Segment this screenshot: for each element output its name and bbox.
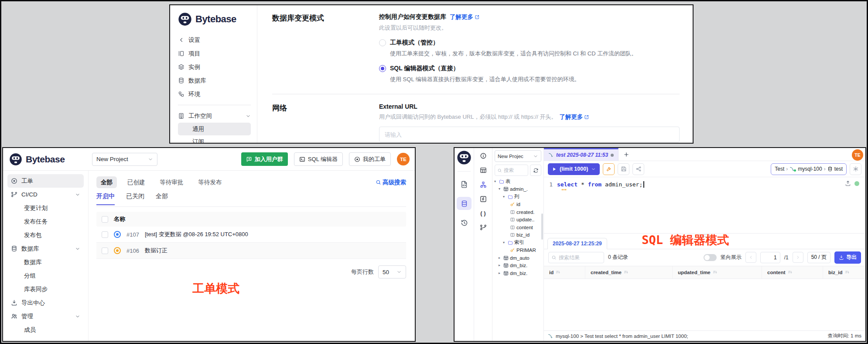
tree-node-column-biz-id[interactable]: biz_id (494, 231, 543, 239)
tree-node-table-dm-auto[interactable]: ▸dm_auto (494, 254, 543, 262)
sidebar-item-webhook[interactable]: Webhook (7, 337, 84, 341)
status-tab-all[interactable]: 全部 (156, 193, 168, 204)
sidebar-item-release-packages[interactable]: 发布包 (7, 228, 84, 242)
column-header-biz-id[interactable]: biz_id (823, 266, 865, 279)
avatar[interactable]: TE (852, 149, 863, 161)
sidebar-item-general[interactable]: 通用 (178, 123, 251, 135)
bytebase-logo-icon[interactable] (457, 150, 472, 165)
select-all-checkbox[interactable] (102, 216, 108, 223)
code-editor[interactable]: 1 select * from admin_user; SQL 编辑器模式 (544, 177, 865, 233)
sidebar-item-members[interactable]: 成员 (7, 323, 84, 337)
page-number-input[interactable]: 1 (760, 252, 780, 263)
sidebar-item-instances[interactable]: 实例 (178, 60, 251, 74)
bytebase-logo[interactable]: Bytebase (178, 12, 251, 26)
sidebar-item-databases[interactable]: 数据库 (178, 74, 251, 87)
row-checkbox[interactable] (102, 248, 108, 254)
avatar[interactable]: TE (397, 153, 410, 165)
result-search-input[interactable] (559, 255, 594, 261)
sidebar-item-schema-sync[interactable]: 库表同步 (7, 282, 84, 296)
database-rail-button[interactable] (457, 197, 472, 210)
vertical-display-toggle[interactable] (704, 254, 717, 261)
editor-project-select[interactable]: New Projec (495, 150, 541, 162)
page-size-select[interactable]: 50 (378, 265, 406, 279)
tree-node-column-updated[interactable]: update.. (494, 216, 543, 224)
sidebar-back-settings[interactable]: 设置 (178, 33, 251, 47)
info-icon[interactable] (480, 152, 487, 159)
tree-scrollbar[interactable] (541, 213, 543, 240)
filter-tab-pending-release[interactable]: 等待发布 (194, 176, 226, 188)
sidebar-item-databases[interactable]: 数据库 (7, 255, 84, 269)
row-checkbox[interactable] (102, 231, 108, 238)
share-button[interactable] (632, 163, 644, 175)
sidebar-item-change-plans[interactable]: 变更计划 (7, 201, 84, 215)
sidebar-item-release-tasks[interactable]: 发布任务 (7, 215, 84, 228)
upload-icon[interactable] (845, 180, 851, 186)
filter-tab-created[interactable]: 已创建 (123, 176, 150, 188)
column-header-id[interactable]: id (544, 266, 585, 279)
function-icon[interactable] (480, 196, 487, 203)
result-tab[interactable]: 2025-08-27 12:25:29 (547, 238, 607, 249)
result-search-box[interactable] (548, 252, 604, 263)
status-tab-closed[interactable]: 已关闭 (126, 193, 144, 204)
learn-more-link[interactable]: 了解更多 (450, 13, 480, 21)
advanced-search-link[interactable]: 高级搜索 (376, 179, 406, 186)
result-page-size-select[interactable]: 50 / 页 (807, 252, 830, 263)
sidebar-item-environments[interactable]: 环境 (178, 87, 251, 101)
sidebar-group-workspace[interactable]: 工作空间 (178, 109, 251, 123)
connection-breadcrumb[interactable]: Test › mysql-100 › test (771, 163, 847, 175)
join-community-button[interactable]: 加入用户群 (241, 152, 288, 166)
status-tab-open[interactable]: 开启中 (96, 193, 115, 205)
table-icon[interactable] (480, 167, 487, 174)
tree-search-input[interactable] (504, 168, 521, 173)
run-query-button[interactable]: (limit 1000) (548, 163, 600, 175)
branch-icon[interactable] (480, 224, 487, 231)
worksheets-rail-button[interactable] (457, 178, 472, 191)
sidebar-item-groups[interactable]: 分组 (7, 269, 84, 282)
tree-node-tables-folder[interactable]: ▾表 (494, 178, 543, 186)
radio-issue-mode[interactable] (379, 39, 386, 46)
tree-node-primary-key[interactable]: PRIMAR (494, 247, 543, 255)
tree-node-table-dm-biz2[interactable]: ▸dm_biz. (494, 269, 543, 277)
column-header-created-time[interactable]: created_time (585, 266, 673, 279)
save-button[interactable] (618, 163, 629, 175)
radio-sql-editor-mode[interactable] (379, 65, 386, 72)
sql-editor-button[interactable]: SQL 编辑器 (294, 152, 343, 166)
sidebar-item-issues[interactable]: 工单 (7, 174, 84, 188)
project-select[interactable]: New Project (92, 153, 157, 166)
tree-search-box[interactable] (495, 165, 528, 176)
filter-tab-pending-approval[interactable]: 等待审批 (156, 176, 188, 188)
new-tab-button[interactable] (619, 148, 634, 161)
tree-node-column-created[interactable]: created. (494, 208, 543, 216)
procedure-icon[interactable]: ( ) (480, 210, 485, 217)
my-issues-button[interactable]: 我的工单 (349, 152, 391, 166)
schema-diagram-icon[interactable] (480, 181, 487, 188)
ai-assistant-button[interactable] (850, 163, 861, 175)
prev-page-button[interactable] (745, 252, 756, 263)
tree-node-columns-folder[interactable]: ▾列 (494, 193, 543, 201)
issue-row[interactable]: #106 数据订正 (96, 243, 406, 259)
sidebar-group-database[interactable]: 数据库 (7, 242, 84, 255)
worksheet-tab[interactable]: test 2025-08-27 11:53 (544, 148, 619, 161)
sidebar-item-projects[interactable]: 项目 (178, 47, 251, 60)
learn-more-link[interactable]: 了解更多 (559, 113, 589, 121)
history-rail-button[interactable] (457, 216, 472, 229)
sidebar-item-export-center[interactable]: 导出中心 (7, 296, 84, 310)
format-wrench-button[interactable] (603, 163, 615, 175)
issue-row[interactable]: #107 [test] 变更数据 @08-26 19:52 UTC+0800 (96, 227, 406, 243)
tree-node-table-dm-biz[interactable]: ▸dm_biz. (494, 262, 543, 270)
tree-node-column-content[interactable]: content (494, 224, 543, 231)
sidebar-item-subscription[interactable]: 订阅 (178, 135, 251, 143)
bytebase-logo[interactable]: Bytebase (9, 153, 86, 166)
tree-node-column-id[interactable]: id (494, 201, 543, 209)
export-button[interactable]: 导出 (834, 251, 861, 264)
tree-node-indexes-folder[interactable]: ▾索引 (494, 239, 543, 247)
tree-refresh-button[interactable] (530, 165, 541, 176)
column-header-updated-time[interactable]: updated_time (673, 266, 762, 279)
external-url-input[interactable] (379, 127, 680, 142)
sidebar-group-admin[interactable]: 管理 (7, 310, 84, 323)
tree-node-table-admin[interactable]: ▾admin_. (494, 186, 543, 193)
next-page-button[interactable] (793, 252, 803, 263)
column-header-content[interactable]: content (762, 266, 823, 279)
filter-tab-all[interactable]: 全部 (96, 176, 117, 188)
sidebar-group-cicd[interactable]: CI/CD (7, 188, 84, 201)
